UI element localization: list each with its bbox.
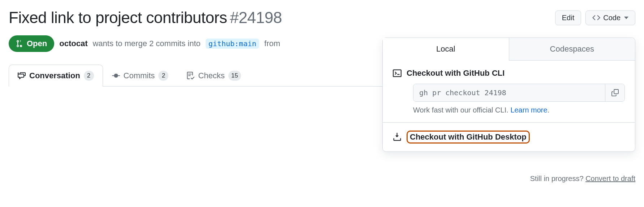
code-button-label: Code — [603, 14, 621, 22]
merge-text: wants to merge 2 commits into — [93, 39, 200, 48]
tab-checks-count: 15 — [228, 71, 241, 81]
base-branch[interactable]: github:main — [206, 39, 259, 49]
merge-from-text: from — [264, 39, 280, 48]
tab-commits-count: 2 — [158, 71, 168, 81]
copy-icon — [611, 89, 619, 95]
tab-conversation[interactable]: Conversation 2 — [9, 65, 103, 87]
pr-number: #24198 — [230, 9, 282, 27]
edit-button-label: Edit — [562, 14, 574, 22]
cli-heading-text: Checkout with GitHub CLI — [407, 69, 505, 78]
cli-heading: Checkout with GitHub CLI — [393, 69, 625, 78]
state-badge: Open — [9, 35, 54, 52]
dropdown-tab-local[interactable]: Local — [383, 38, 509, 61]
copy-button[interactable] — [605, 84, 624, 95]
pr-title: Fixed link to project contributors #2419… — [9, 9, 282, 27]
dropdown-tab-codespaces[interactable]: Codespaces — [509, 38, 635, 61]
git-pull-request-icon — [16, 40, 24, 48]
code-dropdown: Local Codespaces Checkout with GitHub CL… — [382, 38, 635, 95]
tab-conversation-label: Conversation — [29, 71, 80, 80]
pr-title-text: Fixed link to project contributors — [9, 9, 227, 27]
cli-command-input[interactable] — [413, 84, 605, 95]
code-button[interactable]: Code — [585, 10, 635, 25]
caret-down-icon — [624, 17, 628, 19]
checklist-icon — [186, 72, 194, 80]
tab-checks[interactable]: Checks 15 — [177, 65, 250, 87]
state-label: Open — [27, 39, 47, 48]
code-icon — [592, 14, 600, 22]
comment-discussion-icon — [18, 72, 26, 80]
tab-commits-label: Commits — [124, 71, 155, 80]
tab-checks-label: Checks — [198, 71, 224, 80]
pr-author[interactable]: octocat — [59, 39, 87, 48]
git-commit-icon — [112, 72, 120, 80]
tab-commits[interactable]: Commits 2 — [103, 65, 178, 87]
terminal-icon — [393, 69, 402, 78]
edit-button[interactable]: Edit — [555, 10, 581, 25]
tab-conversation-count: 2 — [84, 71, 94, 81]
